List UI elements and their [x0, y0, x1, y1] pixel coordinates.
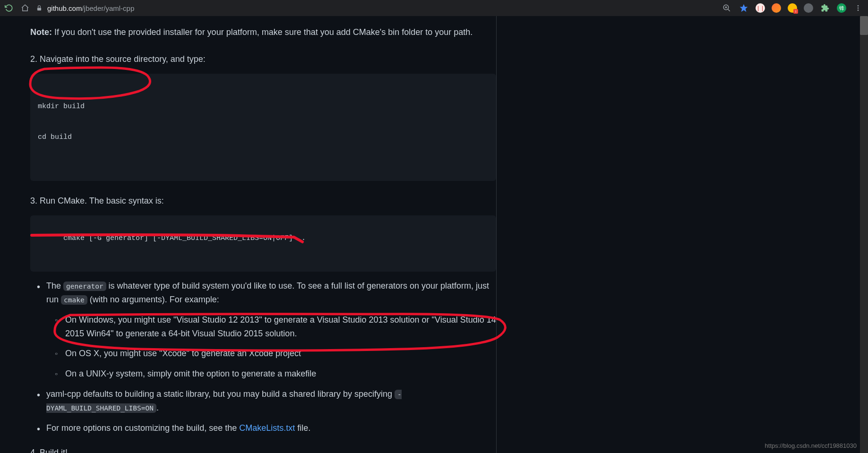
- reload-icon[interactable]: [4, 3, 14, 13]
- note-label: Note:: [30, 27, 52, 37]
- sub-bullet-windows: On Windows, you might use "Visual Studio…: [46, 313, 496, 341]
- chrome-menu-icon[interactable]: [853, 3, 863, 13]
- svg-point-6: [858, 5, 859, 7]
- note-paragraph: Note: If you don't use the provided inst…: [30, 26, 496, 39]
- step-2: 2. Navigate into the source directory, a…: [30, 52, 496, 66]
- lock-icon: [36, 5, 43, 11]
- profile-avatar-icon[interactable]: 锋: [837, 3, 846, 13]
- step-4: 4. Build it!: [30, 446, 496, 453]
- code-block-mkdir[interactable]: mkdir build cd build: [30, 74, 496, 181]
- browser-toolbar: github.com/jbeder/yaml-cpp ❘❘ ! 锋: [0, 0, 868, 16]
- extension-icon-3[interactable]: !: [788, 3, 797, 13]
- hand-annotation-circle-1: [26, 65, 163, 103]
- bookmark-star-icon[interactable]: [739, 3, 749, 13]
- bullet-generator: The generator is whatever type of build …: [30, 279, 496, 381]
- svg-point-7: [858, 8, 859, 9]
- home-icon[interactable]: [20, 3, 30, 13]
- inline-code-generator: generator: [63, 282, 106, 291]
- url-text: github.com/jbeder/yaml-cpp: [47, 4, 134, 12]
- zoom-icon[interactable]: [722, 3, 732, 13]
- extension-icon-1[interactable]: ❘❘: [756, 3, 765, 13]
- inline-code-cmake: cmake: [61, 295, 87, 305]
- readme-content: Note: If you don't use the provided inst…: [0, 16, 496, 453]
- watermark-text: https://blog.csdn.net/ccf19881030: [765, 442, 857, 449]
- bullet-shared-libs: yaml-cpp defaults to building a static l…: [30, 387, 496, 415]
- svg-marker-5: [740, 4, 748, 12]
- svg-point-8: [858, 9, 859, 11]
- step-3: 3. Run CMake. The basic syntax is:: [30, 194, 496, 208]
- address-bar[interactable]: github.com/jbeder/yaml-cpp: [36, 4, 134, 12]
- scrollbar-thumb[interactable]: [860, 16, 868, 35]
- bullet-cmakelists: For more options on customizing the buil…: [30, 421, 496, 435]
- svg-line-2: [728, 9, 730, 11]
- sub-bullet-osx: On OS X, you might use "Xcode" to genera…: [46, 347, 496, 360]
- code-block-cmake[interactable]: cmake [-G generator] [-DYAML_BUILD_SHARE…: [30, 215, 496, 272]
- cmakelists-link[interactable]: CMakeLists.txt: [239, 423, 295, 433]
- extensions-puzzle-icon[interactable]: [820, 3, 830, 13]
- sub-bullet-unix: On a UNIX-y system, simply omit the opti…: [46, 367, 496, 381]
- extension-icon-4[interactable]: [804, 3, 813, 13]
- scrollbar[interactable]: [860, 16, 868, 453]
- svg-rect-0: [37, 8, 41, 10]
- sidebar-area: [496, 16, 868, 453]
- extension-icon-2[interactable]: [772, 3, 781, 13]
